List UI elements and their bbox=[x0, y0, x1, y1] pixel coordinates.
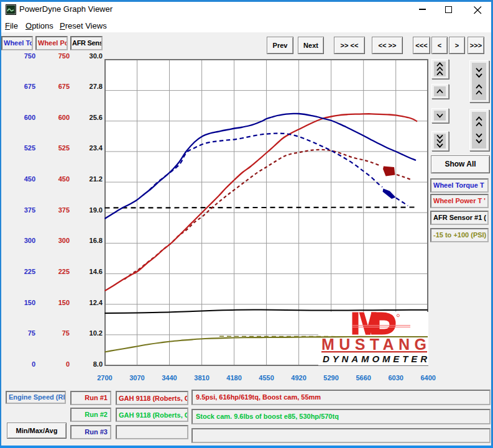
svg-text:DYNAMOMETER: DYNAMOMETER bbox=[323, 354, 427, 364]
